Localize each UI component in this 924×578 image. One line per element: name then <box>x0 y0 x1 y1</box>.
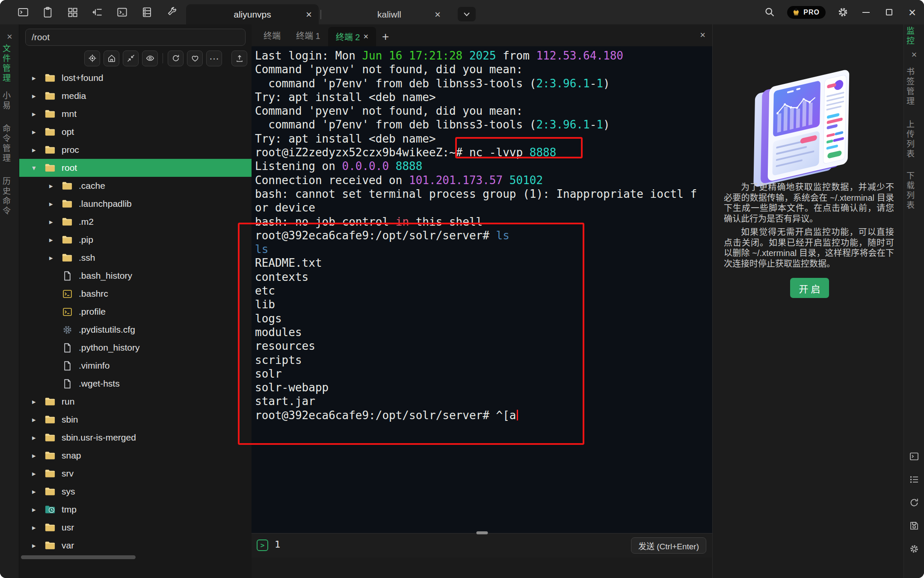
chevron-right-icon[interactable]: ▸ <box>32 397 43 406</box>
close-icon[interactable]: × <box>363 32 368 42</box>
tree-item-lost+found[interactable]: ▸lost+found <box>19 69 252 87</box>
sidebar-tab-monitor[interactable]: 监控 <box>904 27 924 46</box>
list-icon[interactable] <box>909 474 920 485</box>
tab-dropdown-button[interactable] <box>458 7 476 21</box>
tree-item-.ssh[interactable]: ▸.ssh <box>19 249 252 267</box>
chevron-right-icon[interactable]: ▸ <box>32 469 43 478</box>
tree-item-proc[interactable]: ▸proc <box>19 141 252 159</box>
sidebar-tab-xiaoyi[interactable]: 小易 <box>0 91 19 111</box>
tree-item-.bash_history[interactable]: .bash_history <box>19 267 252 285</box>
chevron-right-icon[interactable]: ▸ <box>32 128 43 137</box>
more-button[interactable]: … <box>206 51 222 66</box>
terminal-icon[interactable] <box>116 6 128 18</box>
terminal-tab-1[interactable]: 终端 1 <box>288 24 328 46</box>
locate-button[interactable] <box>84 51 100 66</box>
tree-branch-icon[interactable] <box>92 6 103 18</box>
tree-item-run[interactable]: ▸run <box>19 393 252 411</box>
minimize-button[interactable] <box>860 6 872 18</box>
chevron-right-icon[interactable]: ▸ <box>49 217 60 226</box>
sidebar-tab-bookmark-manager[interactable]: 书签管理 <box>904 67 924 107</box>
gear-icon[interactable] <box>909 543 920 554</box>
session-tab-kaliwll[interactable]: kaliwll × <box>325 4 453 24</box>
tree-item-.launchpadlib[interactable]: ▸.launchpadlib <box>19 195 252 213</box>
tree-item-var[interactable]: ▸var <box>19 536 252 554</box>
sidebar-tab-upload-list[interactable]: 上传列表 <box>904 120 924 159</box>
chevron-right-icon[interactable]: ▸ <box>32 146 43 155</box>
chevron-down-icon[interactable]: ▾ <box>32 164 43 173</box>
tree-item-sbin[interactable]: ▸sbin <box>19 411 252 429</box>
chevron-right-icon[interactable]: ▸ <box>49 182 60 191</box>
terminal-window-icon[interactable] <box>17 6 29 18</box>
session-tab-aliyunvps[interactable]: aliyunvps × <box>186 4 319 24</box>
chevron-right-icon[interactable]: ▸ <box>32 523 43 532</box>
settings-gear-icon[interactable] <box>837 6 849 18</box>
tree-item-media[interactable]: ▸media <box>19 87 252 105</box>
home-button[interactable] <box>104 51 119 66</box>
tree-item-snap[interactable]: ▸snap <box>19 447 252 465</box>
window-close-button[interactable]: × <box>906 6 918 18</box>
chevron-right-icon[interactable]: ▸ <box>32 74 43 83</box>
send-button[interactable]: 发送 (Ctrl+Enter) <box>631 537 706 554</box>
server-icon[interactable] <box>141 6 153 18</box>
tree-item-srv[interactable]: ▸srv <box>19 465 252 483</box>
search-icon[interactable] <box>764 6 776 18</box>
sidebar-tab-history-commands[interactable]: 历史命令 <box>0 177 19 216</box>
clipboard-icon[interactable] <box>42 6 53 18</box>
chevron-right-icon[interactable]: ▸ <box>32 451 43 460</box>
sidebar-tab-command-manager[interactable]: 命令管理 <box>0 124 19 164</box>
close-terminal-panel-icon[interactable]: × <box>700 30 705 41</box>
eye-button[interactable] <box>142 51 158 66</box>
chevron-right-icon[interactable]: ▸ <box>32 505 43 514</box>
terminal-tab-2-active[interactable]: 终端 2 × <box>328 27 376 46</box>
tree-item-sbin.usr-is-merged[interactable]: ▸sbin.usr-is-merged <box>19 429 252 447</box>
save-icon[interactable] <box>909 520 920 531</box>
tree-item-opt[interactable]: ▸opt <box>19 123 252 141</box>
sidebar-tab-file-manager[interactable]: 文件管理 <box>0 44 19 83</box>
terminal-small-icon[interactable] <box>909 450 920 462</box>
tree-item-root[interactable]: ▾root <box>19 159 252 177</box>
chevron-right-icon[interactable]: ▸ <box>32 541 43 550</box>
tree-item-.pip[interactable]: ▸.pip <box>19 231 252 249</box>
maximize-button[interactable] <box>883 6 895 18</box>
refresh-button[interactable] <box>168 51 184 66</box>
close-icon[interactable]: × <box>306 9 312 20</box>
terminal-screen[interactable]: Last login: Mon Jun 16 17:21:28 2025 fro… <box>252 46 712 533</box>
close-icon[interactable]: × <box>435 9 441 20</box>
tree-item-.python_history[interactable]: .python_history <box>19 339 252 357</box>
terminal-tab-0[interactable]: 终端 <box>256 24 288 46</box>
refresh-icon[interactable] <box>909 497 920 508</box>
tree-item-.cache[interactable]: ▸.cache <box>19 177 252 195</box>
chevron-right-icon[interactable]: ▸ <box>32 433 43 442</box>
drag-handle[interactable] <box>476 531 488 534</box>
tree-item-.m2[interactable]: ▸.m2 <box>19 213 252 231</box>
horizontal-scrollbar[interactable] <box>21 555 136 559</box>
tree-item-.bashrc[interactable]: .bashrc <box>19 285 252 303</box>
wrench-icon[interactable] <box>166 6 178 18</box>
tree-item-usr[interactable]: ▸usr <box>19 518 252 536</box>
tree-item-.pydistutils.cfg[interactable]: .pydistutils.cfg <box>19 321 252 339</box>
chevron-right-icon[interactable]: ▸ <box>32 415 43 424</box>
close-file-panel-icon[interactable]: × <box>0 31 19 42</box>
chevron-right-icon[interactable]: ▸ <box>49 235 60 244</box>
collapse-button[interactable] <box>123 51 139 66</box>
chevron-right-icon[interactable]: ▸ <box>32 92 43 101</box>
close-monitor-panel-icon[interactable]: × <box>904 49 924 60</box>
tree-item-.viminfo[interactable]: .viminfo <box>19 357 252 375</box>
tree-item-sys[interactable]: ▸sys <box>19 483 252 501</box>
chevron-right-icon[interactable]: ▸ <box>49 253 60 262</box>
new-terminal-button[interactable]: + <box>382 30 389 44</box>
pro-badge[interactable]: PRO <box>787 6 826 19</box>
path-input[interactable] <box>25 29 246 46</box>
tree-item-.profile[interactable]: .profile <box>19 303 252 321</box>
chevron-right-icon[interactable]: ▸ <box>49 200 60 209</box>
tree-item-mnt[interactable]: ▸mnt <box>19 105 252 123</box>
favorite-heart-button[interactable] <box>187 51 203 66</box>
layout-grid-icon[interactable] <box>67 6 78 18</box>
tree-item-.wget-hsts[interactable]: .wget-hsts <box>19 375 252 393</box>
chevron-right-icon[interactable]: ▸ <box>32 110 43 119</box>
chevron-right-icon[interactable]: ▸ <box>32 487 43 496</box>
command-input[interactable]: 1 <box>275 539 280 550</box>
enable-monitor-button[interactable]: 开 启 <box>790 278 829 298</box>
upload-button[interactable] <box>231 51 247 66</box>
tree-item-tmp[interactable]: ▸tmp <box>19 501 252 518</box>
